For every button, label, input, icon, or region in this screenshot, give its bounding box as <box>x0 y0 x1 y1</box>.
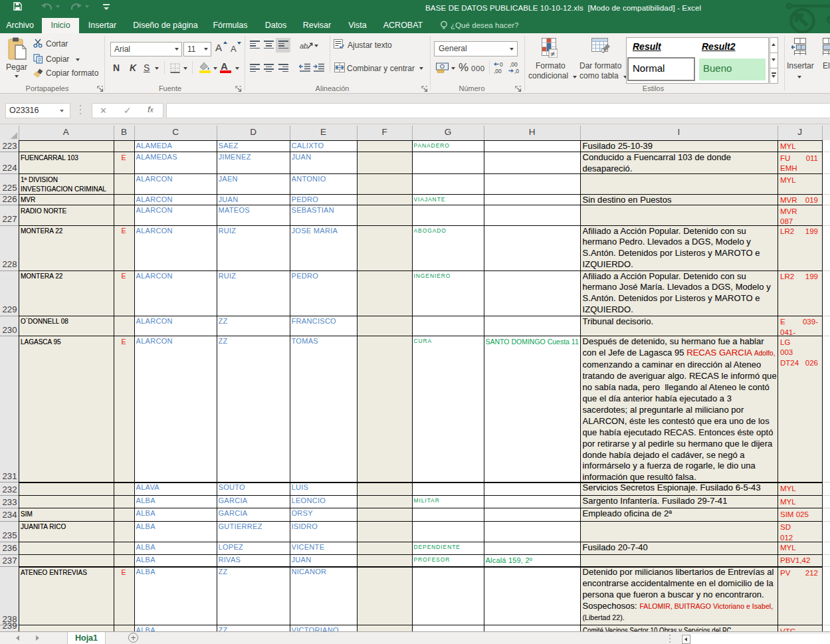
svg-text:≠: ≠ <box>551 50 555 58</box>
svg-text:,00: ,00 <box>494 68 502 74</box>
svg-text:,0: ,0 <box>514 68 519 74</box>
svg-text:ab: ab <box>300 42 308 50</box>
svg-text:0: 0 <box>500 61 503 68</box>
svg-text:,00: ,00 <box>510 61 518 68</box>
